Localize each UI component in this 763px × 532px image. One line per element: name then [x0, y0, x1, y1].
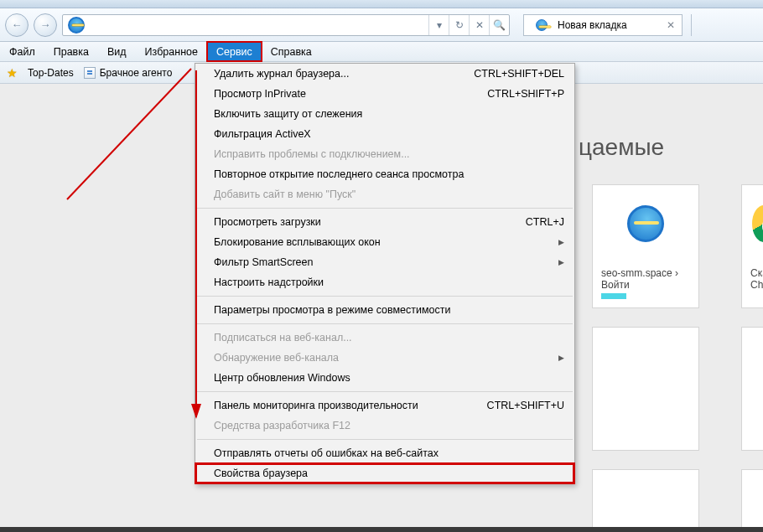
menu-item-label: Средства разработчика F12 — [214, 420, 350, 431]
browser-tab[interactable]: Новая вкладка ✕ — [523, 14, 683, 36]
tile-1[interactable]: seo-smm.space › Войти — [592, 184, 699, 308]
menu-item-label: Панель мониторинга производительности — [214, 400, 418, 411]
menu-separator — [197, 439, 573, 440]
favorite-label: Top-Dates — [28, 67, 74, 79]
menu-item-label: Включить защиту от слежения — [214, 108, 362, 120]
menu-item-label: Настроить надстройки — [214, 276, 324, 288]
menu-item[interactable]: Параметры просмотра в режиме совместимос… — [195, 300, 574, 320]
menu-item: Подписаться на веб-канал... — [195, 328, 574, 348]
menu-bar: Файл Правка Вид Избранное Сервис Справка — [0, 42, 763, 62]
tab-close-icon[interactable]: ✕ — [667, 19, 675, 31]
page-icon — [84, 67, 96, 79]
menu-item[interactable]: Отправлять отчеты об ошибках на веб-сайт… — [195, 443, 574, 463]
menu-item-label: Добавить сайт в меню "Пуск" — [214, 189, 356, 200]
menu-favorites[interactable]: Избранное — [136, 42, 207, 61]
menu-item[interactable]: Просмотр InPrivateCTRL+SHIFT+P — [195, 84, 574, 104]
tile-accent — [601, 293, 626, 299]
dropdown-icon[interactable]: ▾ — [428, 15, 449, 35]
menu-item-label: Повторное открытие последнего сеанса про… — [214, 168, 464, 180]
menu-item-label: Свойства браузера — [214, 467, 308, 479]
address-bar[interactable]: ▾ ↻ ✕ 🔍 — [62, 14, 510, 36]
menu-item[interactable]: Удалить журнал браузера...CTRL+SHIFT+DEL — [195, 64, 574, 84]
menu-item-label: Просмотреть загрузки — [214, 216, 321, 228]
tile-4[interactable] — [741, 327, 763, 451]
menu-item-label: Обнаружение веб-канала — [214, 352, 339, 364]
navigation-bar: ← → ▾ ↻ ✕ 🔍 Новая вкладка ✕ — [0, 8, 763, 42]
ie-icon — [627, 205, 664, 242]
menu-item-label: Просмотр InPrivate — [214, 88, 306, 100]
menu-item[interactable]: Настроить надстройки — [195, 272, 574, 292]
submenu-arrow-icon: ▶ — [558, 258, 564, 266]
menu-item[interactable]: Панель мониторинга производительностиCTR… — [195, 395, 574, 416]
tile-text-line: Войти — [601, 279, 690, 291]
menu-item: Обнаружение веб-канала▶ — [195, 348, 574, 368]
menu-item[interactable]: Блокирование всплывающих окон▶ — [195, 232, 574, 252]
menu-item: Средства разработчика F12 — [195, 416, 574, 436]
menu-item-hotkey: CTRL+SHIFT+P — [474, 88, 564, 100]
ie-logo-icon — [68, 17, 85, 34]
forward-button[interactable]: → — [34, 13, 57, 37]
tile-text-line: Ска — [750, 267, 763, 279]
tile-3[interactable] — [592, 327, 699, 451]
menu-help[interactable]: Справка — [262, 42, 321, 61]
menu-item-hotkey: CTRL+SHIFT+DEL — [460, 68, 564, 80]
window-titlebar-strip — [0, 0, 763, 8]
tools-dropdown-menu: Удалить журнал браузера...CTRL+SHIFT+DEL… — [195, 63, 575, 484]
menu-item-label: Центр обновления Windows — [214, 372, 350, 384]
menu-separator — [197, 296, 573, 297]
url-input[interactable] — [90, 16, 428, 34]
back-button[interactable]: ← — [5, 13, 29, 37]
menu-item: Добавить сайт в меню "Пуск" — [195, 184, 574, 204]
refresh-icon[interactable]: ↻ — [449, 15, 469, 35]
menu-item[interactable]: Фильтр SmartScreen▶ — [195, 252, 574, 272]
menu-item-label: Отправлять отчеты об ошибках на веб-сайт… — [214, 447, 439, 459]
submenu-arrow-icon: ▶ — [558, 354, 564, 362]
favorite-link-2[interactable]: Брачное агенто — [84, 67, 173, 79]
menu-item[interactable]: Включить защиту от слежения — [195, 104, 574, 124]
tile-5[interactable] — [592, 469, 699, 532]
menu-item: Исправить проблемы с подключением... — [195, 144, 574, 164]
menu-item[interactable]: Просмотреть загрузкиCTRL+J — [195, 212, 574, 232]
submenu-arrow-icon: ▶ — [558, 238, 564, 246]
tile-text-line: seo-smm.space › — [601, 267, 690, 279]
chrome-icon — [752, 205, 763, 242]
menu-item[interactable]: Фильтрация ActiveX — [195, 124, 574, 144]
stop-icon[interactable]: ✕ — [469, 15, 489, 35]
menu-item[interactable]: Повторное открытие последнего сеанса про… — [195, 164, 574, 184]
menu-item-label: Блокирование всплывающих окон — [214, 236, 381, 248]
favorite-link-1[interactable]: Top-Dates — [28, 67, 74, 79]
menu-edit[interactable]: Правка — [44, 42, 98, 61]
tab-title: Новая вкладка — [558, 19, 627, 31]
tab-favicon-icon — [536, 19, 548, 31]
menu-separator — [197, 208, 573, 209]
toolbar-right — [691, 14, 758, 36]
tile-text-line: Ch — [750, 279, 763, 291]
menu-tools[interactable]: Сервис — [207, 42, 262, 61]
menu-item-label: Параметры просмотра в режиме совместимос… — [214, 304, 451, 316]
menu-item-label: Подписаться на веб-канал... — [214, 332, 352, 343]
menu-item-label: Фильтр SmartScreen — [214, 256, 313, 268]
menu-item-hotkey: CTRL+J — [512, 216, 564, 228]
tile-6[interactable] — [741, 469, 763, 532]
menu-item-hotkey: CTRL+SHIFT+U — [474, 400, 564, 411]
menu-view[interactable]: Вид — [98, 42, 136, 61]
menu-item[interactable]: Центр обновления Windows — [195, 368, 574, 388]
menu-separator — [197, 323, 573, 324]
menu-file[interactable]: Файл — [0, 42, 44, 61]
menu-item[interactable]: Свойства браузера — [195, 463, 574, 483]
menu-separator — [197, 391, 573, 392]
bottom-strip — [0, 527, 763, 532]
page-heading-fragment: цаемые — [579, 134, 664, 161]
tile-2[interactable]: Ска Ch — [741, 184, 763, 308]
menu-item-label: Удалить журнал браузера... — [214, 68, 349, 80]
favorite-label: Брачное агенто — [100, 67, 173, 79]
search-icon[interactable]: 🔍 — [489, 15, 509, 35]
menu-item-label: Исправить проблемы с подключением... — [214, 148, 410, 160]
favorites-star-icon[interactable]: ★ — [7, 66, 18, 80]
menu-item-label: Фильтрация ActiveX — [214, 128, 311, 140]
